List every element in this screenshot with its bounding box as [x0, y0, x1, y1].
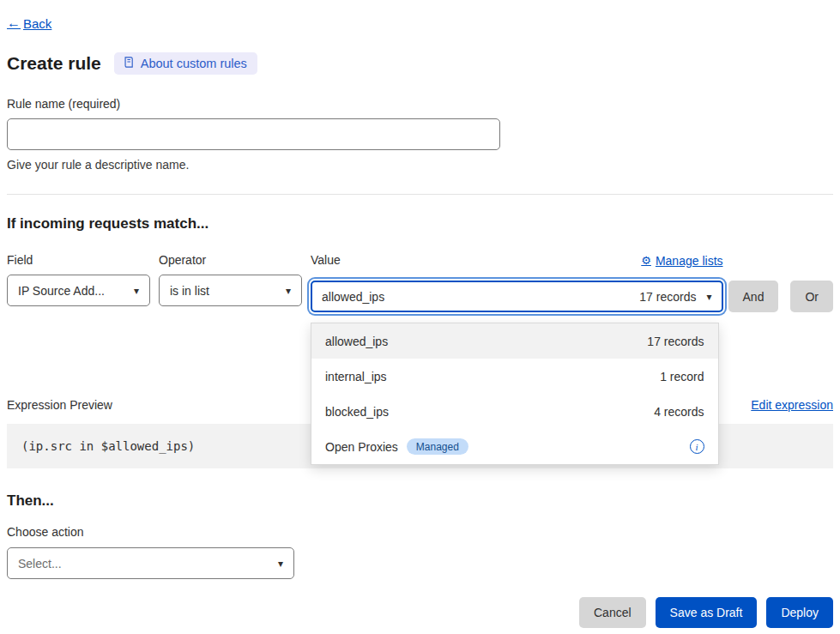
list-item-name: internal_ips — [325, 370, 387, 383]
list-item-name: Open Proxies — [325, 440, 398, 454]
and-button[interactable]: And — [728, 281, 779, 312]
field-label: Field — [7, 253, 150, 267]
then-heading: Then... — [7, 492, 833, 510]
chevron-down-icon: ▾ — [706, 292, 711, 302]
about-custom-rules-link[interactable]: About custom rules — [114, 52, 257, 75]
expression-preview-label: Expression Preview — [7, 398, 112, 412]
or-button[interactable]: Or — [790, 281, 833, 312]
match-controls-row: Field IP Source Add... ▾ Operator is in … — [7, 253, 833, 312]
list-item-name: blocked_ips — [325, 405, 389, 419]
expression-code: (ip.src in $allowed_ips) — [21, 439, 195, 453]
gear-icon: ⚙ — [641, 254, 651, 267]
list-dropdown: allowed_ips 17 records internal_ips 1 re… — [311, 323, 719, 465]
back-label: Back — [23, 16, 51, 31]
value-label-row: Value ⚙ Manage lists — [311, 253, 723, 275]
title-row: Create rule About custom rules — [7, 52, 833, 75]
value-select-meta: 17 records — [639, 290, 696, 304]
list-item-name: allowed_ips — [325, 335, 388, 348]
dropdown-item-open-proxies[interactable]: Open Proxies Managed i — [311, 429, 718, 464]
page-title: Create rule — [7, 53, 101, 74]
operator-column: Operator is in list ▾ — [159, 253, 302, 306]
rule-name-help: Give your rule a descriptive name. — [7, 158, 833, 172]
chevron-down-icon: ▾ — [286, 286, 291, 296]
manage-lists-link[interactable]: ⚙ Manage lists — [641, 254, 722, 268]
match-heading: If incoming requests match... — [7, 215, 833, 232]
list-item-meta: 17 records — [647, 335, 704, 348]
action-select[interactable]: Select... ▾ — [7, 547, 294, 579]
rule-name-group: Rule name (required) Give your rule a de… — [7, 97, 833, 172]
value-select-wrap: allowed_ips 17 records ▾ allowed_ips 17 … — [311, 281, 723, 312]
info-icon[interactable]: i — [690, 439, 704, 454]
rule-name-input[interactable] — [7, 118, 500, 150]
dropdown-item-allowed-ips[interactable]: allowed_ips 17 records — [311, 323, 718, 359]
value-select-value: allowed_ips — [322, 290, 629, 304]
back-arrow-icon: ← — [7, 15, 21, 31]
footer-actions: Cancel Save as Draft Deploy — [7, 597, 833, 628]
field-select[interactable]: IP Source Add... ▾ — [7, 275, 150, 306]
edit-expression-link[interactable]: Edit expression — [751, 398, 833, 412]
manage-lists-label: Manage lists — [656, 254, 723, 268]
choose-action-label: Choose action — [7, 525, 833, 539]
chevron-down-icon: ▾ — [278, 559, 283, 569]
deploy-button[interactable]: Deploy — [766, 597, 833, 628]
dropdown-item-blocked-ips[interactable]: blocked_ips 4 records — [311, 394, 718, 429]
back-link[interactable]: ← Back — [7, 15, 51, 31]
create-rule-page: ← Back Create rule About custom rules Ru… — [0, 0, 840, 634]
value-label: Value — [311, 253, 341, 267]
about-custom-rules-label: About custom rules — [141, 57, 247, 70]
value-select[interactable]: allowed_ips 17 records ▾ — [311, 281, 723, 312]
operator-select[interactable]: is in list ▾ — [159, 275, 302, 306]
divider — [7, 194, 833, 195]
dropdown-item-internal-ips[interactable]: internal_ips 1 record — [311, 359, 718, 394]
docs-icon — [123, 56, 135, 71]
managed-badge: Managed — [407, 438, 468, 455]
rule-name-label: Rule name (required) — [7, 97, 833, 111]
operator-select-value: is in list — [170, 284, 275, 298]
value-column: Value ⚙ Manage lists allowed_ips 17 reco… — [311, 253, 723, 312]
chevron-down-icon: ▾ — [134, 286, 139, 296]
operator-label: Operator — [159, 253, 302, 267]
cancel-button[interactable]: Cancel — [579, 597, 646, 628]
field-select-value: IP Source Add... — [18, 284, 124, 298]
save-draft-button[interactable]: Save as Draft — [656, 597, 758, 628]
list-item-meta: 1 record — [660, 370, 704, 383]
field-column: Field IP Source Add... ▾ — [7, 253, 150, 306]
andor-buttons: And Or — [728, 281, 833, 312]
list-item-meta: 4 records — [654, 405, 704, 419]
action-select-placeholder: Select... — [18, 557, 268, 571]
